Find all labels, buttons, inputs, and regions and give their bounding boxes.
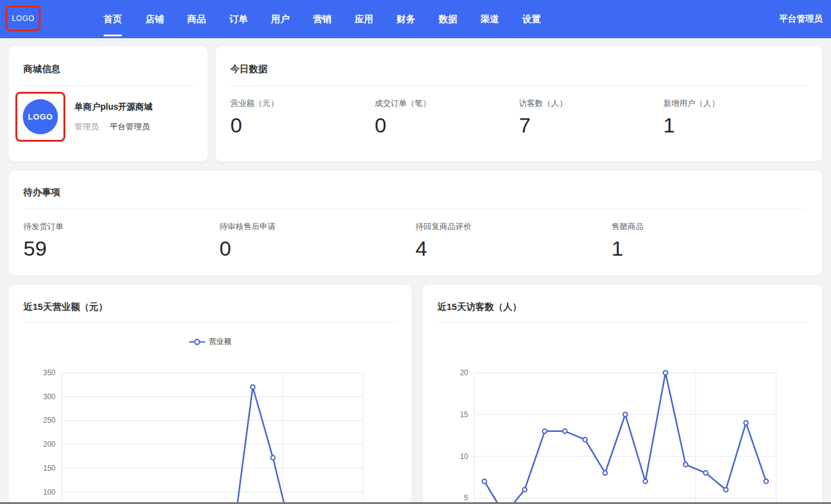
visitors-line-chart: 05101520: [423, 285, 822, 504]
today-metrics: 营业额（元） 0 成交订单（笔） 0 访客数（人） 7 新增用户（人） 1: [230, 98, 808, 136]
todo-card: 待办事项 待发货订单 59 待审核售后申请 0 待回复商品评价 4 售罄商品 1: [9, 171, 822, 275]
metric-label: 待审核售后申请: [219, 221, 415, 232]
svg-text:250: 250: [43, 416, 55, 425]
current-user-menu[interactable]: 平台管理员: [779, 0, 822, 38]
nav-item-shop[interactable]: 店铺: [145, 0, 164, 38]
revenue-chart-card: 近15天营业额（元） 营业额 050100150200250300350: [9, 285, 411, 504]
metric-label: 营业额（元）: [230, 98, 375, 109]
mall-logo-avatar[interactable]: LOGO: [23, 99, 58, 134]
logo-annotation-box: LOGO: [6, 6, 41, 31]
metric-pending-aftersales: 待审核售后申请 0: [219, 221, 415, 259]
nav-item-home[interactable]: 首页: [103, 0, 122, 38]
metric-value: 7: [519, 115, 663, 136]
todo-metrics: 待发货订单 59 待审核售后申请 0 待回复商品评价 4 售罄商品 1: [23, 221, 808, 259]
role-label: 管理员: [75, 121, 99, 132]
metric-pending-reviews: 待回复商品评价 4: [416, 221, 612, 259]
nav-item-orders[interactable]: 订单: [229, 0, 248, 38]
role-value: 平台管理员: [110, 121, 150, 132]
svg-text:10: 10: [460, 452, 469, 461]
divider: [23, 209, 808, 209]
metric-label: 售罄商品: [612, 221, 808, 232]
divider: [230, 86, 808, 86]
svg-text:350: 350: [43, 368, 55, 377]
metric-label: 待回复商品评价: [416, 221, 612, 232]
metric-value: 0: [230, 115, 375, 136]
metric-value: 59: [23, 238, 219, 259]
metric-pending-shipments: 待发货订单 59: [23, 221, 219, 259]
card-title: 待办事项: [23, 187, 60, 198]
main-nav: 首页 店铺 商品 订单 用户 营销 应用 财务 数据 渠道 设置: [103, 0, 541, 38]
top-navigation-bar: LOGO 首页 店铺 商品 订单 用户 营销 应用 财务 数据 渠道 设置 平台…: [0, 0, 831, 38]
metric-value: 0: [219, 238, 415, 259]
nav-item-finance[interactable]: 财务: [397, 0, 415, 38]
svg-text:15: 15: [460, 410, 469, 419]
nav-item-marketing[interactable]: 营销: [313, 0, 331, 38]
mall-info-card: 商城信息 LOGO 单商户plus开源商城 管理员 平台管理员: [9, 46, 208, 161]
svg-text:300: 300: [43, 392, 55, 401]
revenue-line-chart: 050100150200250300350: [9, 285, 411, 504]
metric-revenue: 营业额（元） 0: [230, 98, 375, 136]
metric-label: 成交订单（笔）: [375, 98, 519, 109]
today-data-card: 今日数据 营业额（元） 0 成交订单（笔） 0 访客数（人） 7 新增用户（人）…: [216, 46, 822, 161]
metric-label: 新增用户（人）: [663, 98, 808, 109]
svg-text:100: 100: [43, 488, 55, 497]
avatar-annotation-box: LOGO: [15, 92, 65, 142]
nav-item-data[interactable]: 数据: [439, 0, 457, 38]
metric-value: 0: [375, 115, 519, 136]
mall-roles: 管理员 平台管理员: [75, 121, 150, 132]
card-title: 今日数据: [230, 63, 267, 75]
divider: [23, 86, 193, 86]
svg-text:20: 20: [460, 368, 469, 377]
metric-label: 待发货订单: [23, 221, 219, 232]
nav-item-channel[interactable]: 渠道: [480, 0, 499, 38]
metric-new-users: 新增用户（人） 1: [663, 98, 808, 136]
visitors-chart-card: 近15天访客数（人） 05101520: [423, 285, 822, 504]
nav-item-users[interactable]: 用户: [271, 0, 290, 38]
metric-value: 1: [663, 115, 808, 136]
svg-text:200: 200: [43, 440, 55, 449]
metric-orders: 成交订单（笔） 0: [375, 98, 519, 136]
metric-value: 1: [612, 238, 808, 259]
metric-value: 4: [416, 238, 612, 259]
card-title: 商城信息: [23, 63, 60, 75]
nav-item-goods[interactable]: 商品: [187, 0, 206, 38]
app-logo[interactable]: LOGO: [12, 14, 34, 23]
svg-text:150: 150: [43, 464, 55, 473]
metric-soldout-goods: 售罄商品 1: [612, 221, 808, 259]
mall-logo-text: LOGO: [28, 112, 52, 121]
metric-visitors: 访客数（人） 7: [519, 98, 663, 136]
svg-text:5: 5: [464, 494, 468, 502]
metric-label: 访客数（人）: [519, 98, 663, 109]
nav-item-apps[interactable]: 应用: [355, 0, 373, 38]
nav-item-settings[interactable]: 设置: [522, 0, 541, 38]
mall-name: 单商户plus开源商城: [75, 102, 153, 113]
